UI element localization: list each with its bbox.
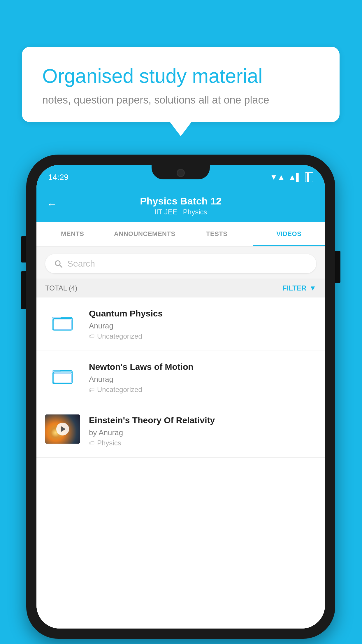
tabs-bar: MENTS ANNOUNCEMENTS TESTS VIDEOS [36,222,325,246]
svg-line-1 [59,265,62,267]
video-info: Einstein's Theory Of Relativity by Anura… [89,414,316,447]
status-icons: ▼▲ ▲▌ ▌ [270,172,313,182]
volume-up-button [21,236,26,262]
video-tag: 🏷 Uncategorized [89,386,316,394]
tab-announcements[interactable]: ANNOUNCEMENTS [109,222,181,246]
tag-label: Uncategorized [97,386,142,394]
header-subtitle: IIT JEE Physics [154,208,207,216]
bubble-title: Organised study material [42,64,319,88]
search-icon [54,259,63,268]
play-button[interactable] [56,423,69,435]
folder-icon-wrap [45,308,80,337]
svg-rect-5 [54,320,72,330]
wifi-icon: ▼▲ [270,173,285,182]
back-button[interactable]: ← [47,198,57,210]
video-author: Anurag [89,375,316,384]
list-item[interactable]: Newton's Laws of Motion Anurag 🏷 Uncateg… [36,351,325,404]
tab-tests[interactable]: TESTS [181,222,253,246]
video-info: Quantum Physics Anurag 🏷 Uncategorized [89,308,316,340]
tab-ments[interactable]: MENTS [36,222,109,246]
search-input-container[interactable]: Search [45,254,316,273]
list-item[interactable]: Einstein's Theory Of Relativity by Anura… [36,404,325,458]
header-topic: Physics [183,208,207,216]
folder-icon [52,365,73,386]
video-author: Anurag [89,321,316,330]
list-item[interactable]: Quantum Physics Anurag 🏷 Uncategorized [36,298,325,351]
status-time: 14:29 [48,173,68,182]
app-header: ← Physics Batch 12 IIT JEE Physics [36,187,325,222]
tag-label: Physics [97,439,121,447]
search-bar-wrap: Search [36,249,325,279]
filter-button[interactable]: FILTER ▼ [282,284,316,292]
video-thumbnail [45,414,80,444]
play-triangle-icon [61,426,66,432]
video-title: Einstein's Theory Of Relativity [89,414,316,426]
tab-videos[interactable]: VIDEOS [253,222,325,246]
bubble-subtitle: notes, question papers, solutions all at… [42,94,319,106]
filter-label: FILTER [282,284,306,292]
power-button [335,251,340,283]
tag-label: Uncategorized [97,332,142,340]
battery-icon: ▌ [305,172,313,182]
search-placeholder: Search [67,259,95,269]
tag-icon: 🏷 [89,386,95,393]
speech-bubble: Organised study material notes, question… [22,47,340,122]
header-title: Physics Batch 12 [140,195,222,207]
signal-icon: ▲▌ [289,173,301,182]
svg-rect-9 [54,373,72,383]
volume-down-button [21,271,26,309]
folder-icon-wrap [45,361,80,390]
camera [177,169,185,177]
video-tag: 🏷 Uncategorized [89,332,316,340]
video-title: Newton's Laws of Motion [89,361,316,372]
phone-screen: 14:29 ▼▲ ▲▌ ▌ ← Physics Batch 12 IIT JEE… [36,165,325,629]
video-info: Newton's Laws of Motion Anurag 🏷 Uncateg… [89,361,316,394]
total-count: TOTAL (4) [45,284,77,292]
video-author: by Anurag [89,428,316,437]
folder-icon [52,312,73,332]
video-list: Quantum Physics Anurag 🏷 Uncategorized [36,298,325,629]
tag-icon: 🏷 [89,440,95,447]
video-tag: 🏷 Physics [89,439,316,447]
phone-frame: 14:29 ▼▲ ▲▌ ▌ ← Physics Batch 12 IIT JEE… [26,155,335,639]
notch [152,165,210,179]
filter-funnel-icon: ▼ [309,284,316,292]
header-subject: IIT JEE [154,208,177,216]
tag-icon: 🏷 [89,333,95,340]
video-title: Quantum Physics [89,308,316,319]
filter-bar: TOTAL (4) FILTER ▼ [36,279,325,298]
